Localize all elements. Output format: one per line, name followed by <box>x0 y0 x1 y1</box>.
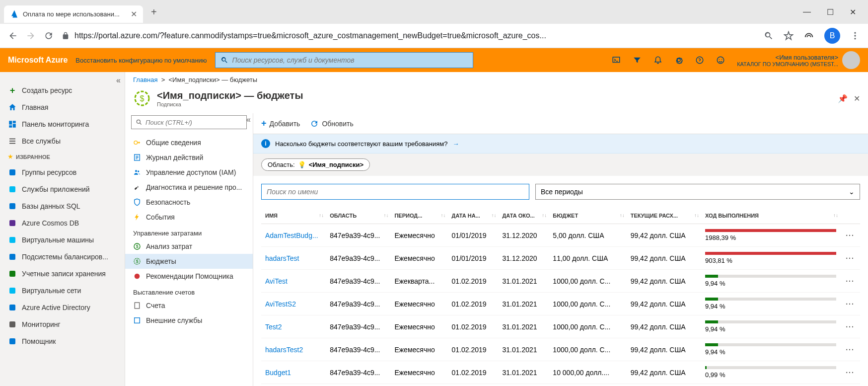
col-progress[interactable]: ХОД ВЫПОЛНЕНИЯ↑↓ <box>701 208 840 224</box>
settings-icon[interactable] <box>674 56 683 65</box>
sidebar-fav-item[interactable]: Учетные записи хранения <box>0 265 125 282</box>
azure-logo[interactable]: Microsoft Azure <box>8 56 68 65</box>
name-filter-input[interactable] <box>261 184 529 200</box>
budget-name-link[interactable]: AviTestS2 <box>261 293 326 315</box>
budget-name-link[interactable]: hadarsTest2 <box>261 338 326 361</box>
mid-security[interactable]: Безопасность <box>125 195 253 210</box>
row-actions-button[interactable]: ··· <box>840 270 860 293</box>
add-button[interactable]: +Добавить <box>261 118 300 129</box>
svg-point-6 <box>719 59 720 60</box>
budget-name-link[interactable]: AviTest <box>261 270 326 293</box>
col-start[interactable]: ДАТА НА...↑↓ <box>448 208 499 224</box>
reader-icon[interactable] <box>803 30 814 41</box>
window-maximize-icon[interactable]: ☐ <box>827 7 834 17</box>
sidebar-fav-item[interactable]: Виртуальные машины <box>0 232 125 248</box>
search-icon <box>136 119 143 126</box>
cell-current: 99,42 долл. США <box>627 361 701 384</box>
window-minimize-icon[interactable]: — <box>803 7 811 17</box>
svg-text:$: $ <box>136 244 139 249</box>
sidebar-fav-item[interactable]: Виртуальные сети <box>0 282 125 299</box>
mid-external[interactable]: Внешние службы <box>125 313 253 328</box>
mid-iam[interactable]: Управление доступом (IAM) <box>125 165 253 180</box>
mid-cost-analysis[interactable]: $Анализ затрат <box>125 239 253 254</box>
period-filter-select[interactable]: Все периоды ⌄ <box>535 184 860 200</box>
menu-search-box[interactable] <box>131 115 247 129</box>
back-button[interactable] <box>8 31 18 41</box>
row-actions-button[interactable]: ··· <box>840 338 860 361</box>
browser-profile-button[interactable]: В <box>824 28 840 44</box>
reload-button[interactable] <box>44 31 54 41</box>
svg-rect-13 <box>9 186 15 192</box>
notifications-icon[interactable] <box>653 56 662 65</box>
help-icon[interactable] <box>695 56 704 65</box>
budget-name-link[interactable]: Test2 <box>261 315 326 338</box>
row-actions-button[interactable]: ··· <box>840 315 860 338</box>
feedback-icon[interactable] <box>716 56 725 65</box>
cell-start: 01.02.2019 <box>448 270 499 293</box>
svg-point-0 <box>854 32 856 34</box>
tab-close-icon[interactable]: ✕ <box>131 9 137 19</box>
sidebar-fav-item[interactable]: Мониторинг <box>0 316 125 333</box>
info-icon: i <box>261 139 270 148</box>
collapse-mid-sidebar-icon[interactable]: « <box>246 115 251 124</box>
browser-tab[interactable]: Оплата по мере использовани... ✕ <box>4 5 143 23</box>
col-name[interactable]: ИМЯ↑↓ <box>261 208 326 224</box>
budget-name-link[interactable]: AdamTestBudg... <box>261 224 326 247</box>
sidebar-fav-item[interactable]: Azure Cosmos DB <box>0 215 125 232</box>
mid-recommendations[interactable]: Рекомендации Помощника <box>125 269 253 284</box>
budget-name-link[interactable]: Budget1 <box>261 361 326 384</box>
sidebar-fav-item[interactable]: Azure Active Directory <box>0 299 125 316</box>
azure-search-input[interactable] <box>232 56 468 64</box>
star-icon[interactable] <box>784 31 794 41</box>
sidebar-fav-item[interactable]: Службы приложений <box>0 181 125 198</box>
sidebar-dashboard[interactable]: Панель мониторинга <box>0 116 125 133</box>
feedback-banner[interactable]: i Насколько бюджеты соответствуют вашим … <box>253 134 868 154</box>
pin-icon[interactable]: 📌 <box>838 94 848 103</box>
forward-button[interactable] <box>26 31 36 41</box>
col-period[interactable]: ПЕРИОД...↑↓ <box>390 208 447 224</box>
menu-search-input[interactable] <box>145 119 242 126</box>
sidebar-fav-item[interactable]: Помощник <box>0 333 125 350</box>
mid-budgets[interactable]: $Бюджеты <box>125 254 253 269</box>
close-blade-icon[interactable]: ✕ <box>854 94 860 103</box>
url-text: https://portal.azure.com/?feature.canmod… <box>74 31 546 40</box>
col-end[interactable]: ДАТА ОКО...↑↓ <box>498 208 549 224</box>
mid-invoices[interactable]: Счета <box>125 298 253 313</box>
budget-name-link[interactable]: hadarsTest <box>261 247 326 270</box>
scope-selector[interactable]: Область: 💡 <Имя_подписки> <box>261 158 370 171</box>
sidebar-home[interactable]: Главная <box>0 99 125 116</box>
new-tab-button[interactable]: + <box>151 6 157 18</box>
mid-activity[interactable]: Журнал действий <box>125 150 253 165</box>
restore-config-link[interactable]: Восстановить конфигурацию по умолчанию <box>75 57 207 64</box>
collapse-sidebar-icon[interactable]: « <box>116 76 121 85</box>
azure-search-box[interactable] <box>215 52 473 68</box>
col-current[interactable]: ТЕКУЩИЕ РАСХ...↑↓ <box>627 208 701 224</box>
col-scope[interactable]: ОБЛАСТЬ↑↓ <box>326 208 390 224</box>
menu-icon[interactable] <box>850 31 860 41</box>
row-actions-button[interactable]: ··· <box>840 247 860 270</box>
cell-progress: 9,94 % <box>701 270 840 293</box>
refresh-button[interactable]: Обновить <box>310 119 353 128</box>
search-icon[interactable] <box>764 31 774 41</box>
mid-diagnose[interactable]: Диагностика и решение про... <box>125 180 253 195</box>
cell-end: 31.12.2020 <box>498 224 549 247</box>
user-menu[interactable]: <Имя пользователя> КАТАЛОГ ПО УМОЛЧАНИЮ … <box>737 51 860 69</box>
sidebar-fav-item[interactable]: Группы ресурсов <box>0 164 125 181</box>
mid-events[interactable]: События <box>125 210 253 225</box>
breadcrumb-home[interactable]: Главная <box>133 76 157 83</box>
filter-icon[interactable] <box>633 56 642 65</box>
col-budget[interactable]: БЮДЖЕТ↑↓ <box>549 208 626 224</box>
create-resource-button[interactable]: + Создать ресурс <box>0 82 125 99</box>
sidebar-fav-item[interactable]: Подсистемы балансиров... <box>0 248 125 265</box>
svg-rect-35 <box>135 303 139 309</box>
sidebar-fav-item[interactable]: Базы данных SQL <box>0 198 125 215</box>
address-bar[interactable]: https://portal.azure.com/?feature.canmod… <box>62 31 756 40</box>
mid-overview[interactable]: Общие сведения <box>125 135 253 150</box>
cell-end: 31.01.2021 <box>498 315 549 338</box>
sidebar-all-services[interactable]: Все службы <box>0 133 125 150</box>
row-actions-button[interactable]: ··· <box>840 293 860 315</box>
row-actions-button[interactable]: ··· <box>840 224 860 247</box>
window-close-icon[interactable]: ✕ <box>850 7 856 17</box>
cloud-shell-icon[interactable] <box>612 56 621 65</box>
row-actions-button[interactable]: ··· <box>840 361 860 384</box>
